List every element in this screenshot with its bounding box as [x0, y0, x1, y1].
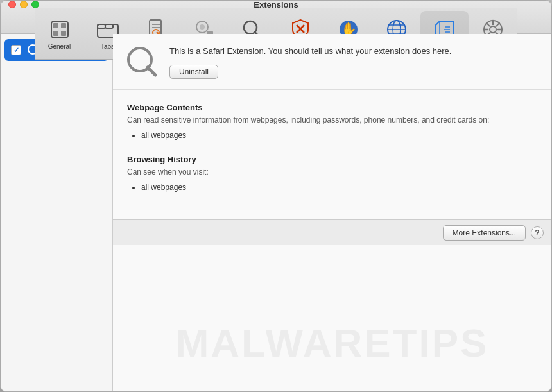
svg-point-33 [490, 26, 496, 33]
help-button[interactable]: ? [531, 226, 544, 239]
svg-rect-3 [53, 31, 58, 36]
uninstall-button[interactable]: Uninstall [169, 65, 218, 79]
close-button[interactable] [8, 1, 16, 8]
window-title: Extensions [254, 0, 298, 10]
svg-line-45 [148, 67, 155, 75]
extension-enabled-checkbox[interactable] [11, 45, 21, 55]
title-bar-top: Extensions [1, 1, 551, 8]
svg-rect-7 [105, 24, 113, 28]
svg-rect-2 [61, 23, 66, 28]
bottom-bar: More Extensions... ? [113, 219, 551, 245]
permission-group-webpage-contents: Webpage Contents Can read sensitive info… [127, 103, 537, 142]
minimize-button[interactable] [20, 1, 28, 8]
permission-list-webpage: all webpages [127, 130, 537, 142]
svg-point-14 [200, 24, 205, 30]
maximize-button[interactable] [31, 1, 39, 8]
extension-logo [126, 46, 159, 79]
extension-header: This is a Safari Extension. You should t… [113, 34, 551, 90]
title-bar: Extensions General [1, 1, 551, 34]
svg-rect-4 [61, 31, 66, 36]
extension-description: This is a Safari Extension. You should t… [169, 46, 539, 57]
permission-item: all webpages [141, 182, 537, 194]
permission-title-browsing: Browsing History [127, 155, 537, 164]
window-controls [8, 1, 39, 8]
tabs-label: Tabs [101, 43, 114, 50]
extension-info: This is a Safari Extension. You should t… [169, 46, 539, 79]
permissions-section: Webpage Contents Can read sensitive info… [113, 90, 551, 219]
permission-item: all webpages [141, 130, 537, 142]
detail-panel: MALWARETIPS This is a Safari Extension. … [113, 34, 551, 391]
more-extensions-button[interactable]: More Extensions... [443, 225, 526, 241]
sidebar [1, 34, 113, 391]
permission-list-browsing: all webpages [127, 182, 537, 194]
svg-rect-6 [98, 24, 105, 28]
watermark: MALWARETIPS [176, 320, 489, 366]
main-content: MALWARETIPS This is a Safari Extension. … [1, 34, 551, 391]
permission-title-webpage: Webpage Contents [127, 103, 537, 112]
permission-desc-webpage: Can read sensitive information from webp… [127, 115, 537, 126]
general-label: General [48, 43, 71, 50]
svg-line-38 [487, 23, 490, 26]
safari-preferences-window: Extensions General [0, 0, 552, 392]
permission-group-browsing-history: Browsing History Can see when you visit:… [127, 155, 537, 194]
svg-rect-1 [53, 23, 58, 28]
general-icon [47, 17, 72, 42]
toolbar-item-general[interactable]: General [35, 11, 83, 57]
svg-line-40 [496, 23, 499, 26]
permission-desc-browsing: Can see when you visit: [127, 167, 537, 178]
